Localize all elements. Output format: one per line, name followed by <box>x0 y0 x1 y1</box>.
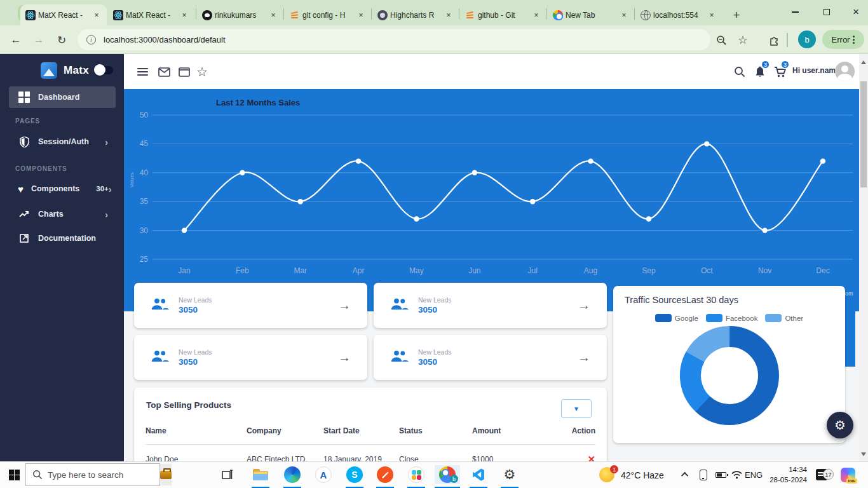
vscode-icon[interactable] <box>466 465 491 484</box>
window-minimize-button[interactable] <box>780 0 810 24</box>
clock-time: 14:34 <box>768 465 807 475</box>
new-leads-card-1[interactable]: New Leads 3050 → <box>134 283 367 328</box>
reload-button[interactable]: ↻ <box>53 32 70 48</box>
browser-tab-3[interactable]: rinkukumars × <box>197 4 283 25</box>
tab-close-icon[interactable]: × <box>444 10 454 20</box>
user-avatar[interactable] <box>835 62 855 81</box>
your-phone-icon[interactable] <box>695 465 712 484</box>
chrome-taskbar-icon[interactable]: b <box>435 465 460 484</box>
sidebar-mode-toggle[interactable] <box>97 66 113 74</box>
briefcase-icon[interactable] <box>160 464 172 485</box>
zoom-out-icon[interactable] <box>713 32 729 48</box>
browser-tab-1[interactable]: MatX React - × <box>20 4 107 25</box>
browser-tab-5[interactable]: Highcharts R × <box>372 4 459 25</box>
brand: Matx <box>41 62 89 79</box>
scrollbar-thumb[interactable] <box>860 81 867 187</box>
window-close-button[interactable]: × <box>841 0 868 24</box>
tab-close-icon[interactable]: × <box>356 10 366 20</box>
copilot-icon[interactable]: PRE <box>836 465 859 484</box>
tab-separator <box>283 8 284 20</box>
address-bar[interactable]: i localhost:3000/dashboard/default <box>78 29 710 50</box>
language-indicator[interactable]: ENG <box>745 470 763 480</box>
cell-company: ABC Fintech LTD. <box>247 445 323 462</box>
weather-icon[interactable]: 1 <box>594 465 620 484</box>
search-input[interactable] <box>43 470 160 480</box>
svg-text:Feb: Feb <box>236 266 249 275</box>
app-top-bar <box>124 54 859 89</box>
tab-close-icon[interactable]: × <box>707 10 717 20</box>
sidebar-item-documentation[interactable]: Documentation <box>9 227 116 249</box>
fullscreen-window-icon[interactable] <box>177 64 192 79</box>
taskbar-clock[interactable]: 14:34 28-05-2024 <box>768 465 807 485</box>
tab-close-icon[interactable]: × <box>531 10 541 20</box>
window-maximize-button[interactable] <box>812 0 841 24</box>
sidebar-item-session-auth[interactable]: Session/Auth › <box>9 131 116 152</box>
back-button[interactable]: ← <box>8 32 24 48</box>
chrome-favicon-icon <box>553 10 563 20</box>
arrow-right-icon[interactable]: → <box>338 350 351 365</box>
sidebar-item-charts[interactable]: Charts › <box>9 203 116 225</box>
star-icon[interactable]: ☆ <box>194 64 210 79</box>
tab-close-icon[interactable]: × <box>268 10 278 20</box>
tab-close-icon[interactable]: × <box>619 10 629 20</box>
tab-title: git config - H <box>302 11 353 20</box>
battery-icon[interactable] <box>712 465 729 484</box>
browser-tab-4[interactable]: git config - H × <box>285 4 371 25</box>
trending-up-icon <box>18 210 31 218</box>
browser-tab-2[interactable]: MatX React - × <box>108 4 194 25</box>
slack-icon[interactable] <box>403 465 429 484</box>
forward-button[interactable]: → <box>31 32 47 48</box>
browser-tab-8[interactable]: localhost:554 × <box>635 4 722 25</box>
arrow-right-icon[interactable]: → <box>578 350 590 365</box>
bookmark-star-icon[interactable]: ☆ <box>735 32 751 48</box>
tab-title: github - Git <box>478 11 529 20</box>
edge-icon[interactable] <box>280 465 305 484</box>
tab-close-icon[interactable]: × <box>92 10 102 20</box>
new-tab-button[interactable]: + <box>728 7 745 24</box>
notification-center-icon[interactable]: 17 <box>811 465 832 484</box>
weather-text[interactable]: 42°C Haze <box>621 470 664 480</box>
page-scrollbar[interactable] <box>859 54 868 461</box>
sales-line-chart: 504540353025JanFebMarAprMayJunJulAugSepO… <box>124 89 859 311</box>
task-view-icon[interactable] <box>215 465 240 484</box>
sidebar-item-dashboard[interactable]: Dashboard <box>9 86 116 108</box>
skype-icon[interactable]: S <box>342 465 367 484</box>
new-leads-card-2[interactable]: New Leads 3050 → <box>374 283 607 328</box>
arrow-right-icon[interactable]: → <box>338 298 351 313</box>
new-leads-card-4[interactable]: New Leads 3050 → <box>374 335 607 380</box>
search-icon[interactable] <box>732 64 747 79</box>
settings-fab-gear-icon[interactable]: ⚙ <box>827 412 853 438</box>
wifi-icon[interactable] <box>728 465 745 484</box>
app-a-icon[interactable]: A <box>311 465 336 484</box>
delete-row-icon[interactable]: ✕ <box>587 454 595 461</box>
scrollbar-down-arrow[interactable] <box>861 452 866 456</box>
settings-gear-icon[interactable]: ⚙ <box>497 465 522 484</box>
start-button[interactable] <box>1 465 27 484</box>
menu-toggle-icon[interactable] <box>135 64 150 79</box>
tray-chevron-up-icon[interactable] <box>677 465 694 484</box>
sidebar-item-label: Session/Auth <box>38 137 89 146</box>
sidebar-item-components[interactable]: ♥ Components 30+ › <box>9 178 116 200</box>
products-filter-dropdown[interactable]: ▼ <box>561 399 592 418</box>
clock-date: 28-05-2024 <box>768 475 807 485</box>
mail-icon[interactable] <box>156 64 172 79</box>
toolbar-divider <box>787 33 788 47</box>
new-leads-card-3[interactable]: New Leads 3050 → <box>134 335 367 380</box>
browser-tab-6[interactable]: github - Git × <box>460 4 546 25</box>
browser-profile-avatar[interactable]: b <box>798 30 816 48</box>
taskbar-search-box[interactable] <box>25 463 160 486</box>
chevron-right-icon: › <box>105 137 108 147</box>
browser-menu-button[interactable]: Error <box>822 30 864 49</box>
site-info-icon[interactable]: i <box>86 35 96 44</box>
tab-close-icon[interactable]: × <box>179 10 189 20</box>
pen-app-icon[interactable] <box>372 465 398 484</box>
menu-error-label: Error <box>832 35 850 44</box>
traffic-donut-chart <box>675 322 783 430</box>
browser-tab-7[interactable]: New Tab × <box>548 4 634 25</box>
file-explorer-icon[interactable] <box>248 465 273 484</box>
cell-status: Close <box>399 445 472 462</box>
legend-label: Facebook <box>726 315 758 322</box>
scrollbar-up-arrow[interactable] <box>861 60 866 64</box>
arrow-right-icon[interactable]: → <box>578 298 590 313</box>
extensions-puzzle-icon[interactable] <box>766 32 782 48</box>
